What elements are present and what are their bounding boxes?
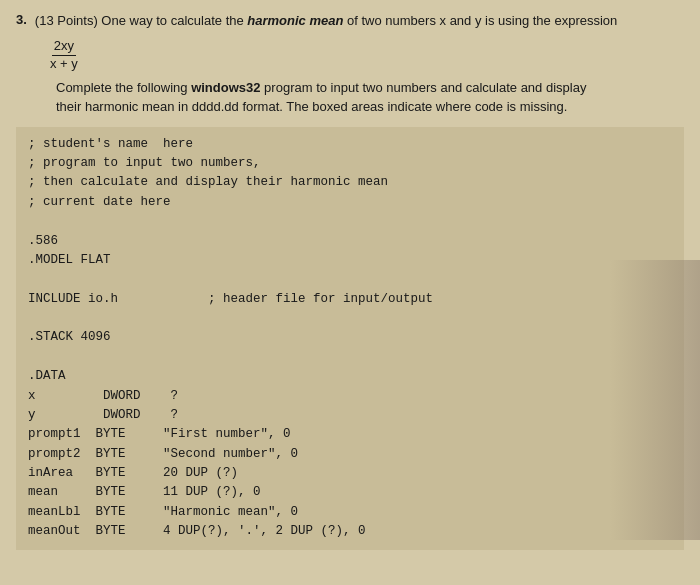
code-meanout: meanOut BYTE 4 DUP(?), '.', 2 DUP (?), 0 — [28, 522, 672, 541]
code-model: .MODEL FLAT — [28, 251, 672, 270]
code-inarea: inArea BYTE 20 DUP (?) — [28, 464, 672, 483]
code-586: .586 — [28, 232, 672, 251]
code-comment-1: ; student's name here — [28, 135, 672, 154]
code-comment-4: ; current date here — [28, 193, 672, 212]
code-blank-3 — [28, 309, 672, 328]
question-body: Complete the following windows32 program… — [56, 79, 684, 117]
code-prompt2: prompt2 BYTE "Second number", 0 — [28, 445, 672, 464]
page: 3. (13 Points) One way to calculate the … — [0, 0, 700, 585]
code-comment-2: ; program to input two numbers, — [28, 154, 672, 173]
question-text: (13 Points) One way to calculate the har… — [35, 13, 617, 28]
code-stack: .STACK 4096 — [28, 328, 672, 347]
code-section: ; student's name here ; program to input… — [16, 127, 684, 550]
code-mean: mean BYTE 11 DUP (?), 0 — [28, 483, 672, 502]
code-blank-2 — [28, 270, 672, 289]
code-include: INCLUDE io.h ; header file for input/out… — [28, 290, 672, 309]
code-comment-3: ; then calculate and display their harmo… — [28, 173, 672, 192]
question-content: (13 Points) One way to calculate the har… — [35, 12, 617, 30]
formula-numerator: 2xy — [52, 38, 76, 56]
harmonic-mean-formula: 2xy x + y — [48, 38, 80, 73]
code-meanlbl: meanLbl BYTE "Harmonic mean", 0 — [28, 503, 672, 522]
formula-denominator: x + y — [48, 56, 80, 73]
code-y: y DWORD ? — [28, 406, 672, 425]
code-blank-1 — [28, 212, 672, 231]
question-number: 3. — [16, 12, 27, 30]
code-prompt1: prompt1 BYTE "First number", 0 — [28, 425, 672, 444]
code-x: x DWORD ? — [28, 387, 672, 406]
code-data: .DATA — [28, 367, 672, 386]
question-header: 3. (13 Points) One way to calculate the … — [16, 12, 684, 30]
code-blank-4 — [28, 348, 672, 367]
